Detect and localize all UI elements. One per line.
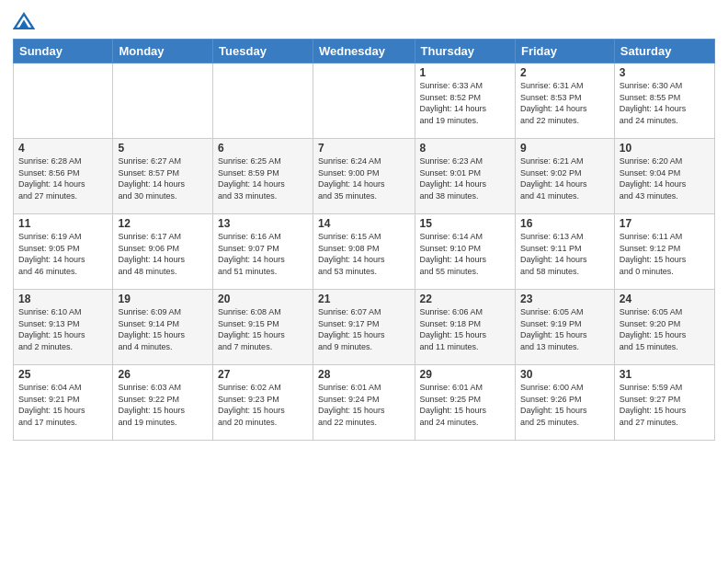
day-number: 17 <box>620 217 710 230</box>
day-number: 6 <box>218 142 308 155</box>
day-number: 19 <box>118 293 208 305</box>
weekday-header-tuesday: Tuesday <box>213 40 313 63</box>
day-cell: 6Sunrise: 6:25 AM Sunset: 8:59 PM Daylig… <box>213 139 313 214</box>
day-info: Sunrise: 6:01 AM Sunset: 9:24 PM Dayligh… <box>318 382 410 428</box>
day-info: Sunrise: 5:59 AM Sunset: 9:27 PM Dayligh… <box>620 382 710 428</box>
week-row-1: 1Sunrise: 6:33 AM Sunset: 8:52 PM Daylig… <box>14 63 715 139</box>
day-info: Sunrise: 6:30 AM Sunset: 8:55 PM Dayligh… <box>620 80 710 126</box>
day-cell <box>113 63 213 139</box>
day-number: 1 <box>420 66 510 79</box>
day-info: Sunrise: 6:01 AM Sunset: 9:25 PM Dayligh… <box>420 382 510 428</box>
header <box>13 9 715 31</box>
day-number: 7 <box>318 142 410 155</box>
day-number: 8 <box>420 142 510 155</box>
day-number: 14 <box>318 217 410 230</box>
day-cell: 4Sunrise: 6:28 AM Sunset: 8:56 PM Daylig… <box>14 139 113 214</box>
day-info: Sunrise: 6:19 AM Sunset: 9:05 PM Dayligh… <box>18 231 108 277</box>
day-info: Sunrise: 6:06 AM Sunset: 9:18 PM Dayligh… <box>420 306 510 352</box>
day-cell: 2Sunrise: 6:31 AM Sunset: 8:53 PM Daylig… <box>515 63 614 139</box>
day-cell: 3Sunrise: 6:30 AM Sunset: 8:55 PM Daylig… <box>614 63 714 139</box>
day-cell: 25Sunrise: 6:04 AM Sunset: 9:21 PM Dayli… <box>14 365 113 441</box>
week-row-2: 4Sunrise: 6:28 AM Sunset: 8:56 PM Daylig… <box>14 139 715 214</box>
day-number: 2 <box>520 66 609 79</box>
day-info: Sunrise: 6:03 AM Sunset: 9:22 PM Dayligh… <box>118 382 208 428</box>
day-info: Sunrise: 6:11 AM Sunset: 9:12 PM Dayligh… <box>620 231 710 277</box>
day-cell: 28Sunrise: 6:01 AM Sunset: 9:24 PM Dayli… <box>313 365 415 441</box>
weekday-header-sunday: Sunday <box>14 40 113 63</box>
day-cell: 17Sunrise: 6:11 AM Sunset: 9:12 PM Dayli… <box>614 214 714 290</box>
day-cell: 23Sunrise: 6:05 AM Sunset: 9:19 PM Dayli… <box>515 290 614 365</box>
day-cell: 7Sunrise: 6:24 AM Sunset: 9:00 PM Daylig… <box>313 139 415 214</box>
day-cell: 1Sunrise: 6:33 AM Sunset: 8:52 PM Daylig… <box>415 63 515 139</box>
day-number: 9 <box>520 142 609 155</box>
day-info: Sunrise: 6:14 AM Sunset: 9:10 PM Dayligh… <box>420 231 510 277</box>
day-number: 10 <box>620 142 710 155</box>
weekday-header-saturday: Saturday <box>614 40 714 63</box>
day-number: 31 <box>620 368 710 381</box>
day-number: 20 <box>218 293 308 305</box>
day-cell: 27Sunrise: 6:02 AM Sunset: 9:23 PM Dayli… <box>213 365 313 441</box>
day-number: 11 <box>18 217 108 230</box>
day-info: Sunrise: 6:05 AM Sunset: 9:19 PM Dayligh… <box>520 306 609 352</box>
day-number: 24 <box>620 293 710 305</box>
day-info: Sunrise: 6:08 AM Sunset: 9:15 PM Dayligh… <box>218 306 308 352</box>
day-cell <box>213 63 313 139</box>
page: SundayMondayTuesdayWednesdayThursdayFrid… <box>0 0 728 563</box>
day-cell: 9Sunrise: 6:21 AM Sunset: 9:02 PM Daylig… <box>515 139 614 214</box>
day-number: 13 <box>218 217 308 230</box>
day-number: 5 <box>118 142 208 155</box>
day-number: 15 <box>420 217 510 230</box>
day-info: Sunrise: 6:00 AM Sunset: 9:26 PM Dayligh… <box>520 382 609 428</box>
day-cell: 13Sunrise: 6:16 AM Sunset: 9:07 PM Dayli… <box>213 214 313 290</box>
week-row-3: 11Sunrise: 6:19 AM Sunset: 9:05 PM Dayli… <box>14 214 715 290</box>
day-info: Sunrise: 6:05 AM Sunset: 9:20 PM Dayligh… <box>620 306 710 352</box>
day-cell: 10Sunrise: 6:20 AM Sunset: 9:04 PM Dayli… <box>614 139 714 214</box>
day-cell <box>14 63 113 139</box>
day-cell: 29Sunrise: 6:01 AM Sunset: 9:25 PM Dayli… <box>415 365 515 441</box>
day-cell: 19Sunrise: 6:09 AM Sunset: 9:14 PM Dayli… <box>113 290 213 365</box>
day-info: Sunrise: 6:10 AM Sunset: 9:13 PM Dayligh… <box>18 306 108 352</box>
day-cell: 11Sunrise: 6:19 AM Sunset: 9:05 PM Dayli… <box>14 214 113 290</box>
day-number: 28 <box>318 368 410 381</box>
day-number: 23 <box>520 293 609 305</box>
day-info: Sunrise: 6:17 AM Sunset: 9:06 PM Dayligh… <box>118 231 208 277</box>
day-number: 4 <box>18 142 108 155</box>
day-cell: 20Sunrise: 6:08 AM Sunset: 9:15 PM Dayli… <box>213 290 313 365</box>
day-info: Sunrise: 6:33 AM Sunset: 8:52 PM Dayligh… <box>420 80 510 126</box>
day-info: Sunrise: 6:21 AM Sunset: 9:02 PM Dayligh… <box>520 155 609 201</box>
weekday-header-monday: Monday <box>113 40 213 63</box>
day-info: Sunrise: 6:27 AM Sunset: 8:57 PM Dayligh… <box>118 155 208 201</box>
day-info: Sunrise: 6:23 AM Sunset: 9:01 PM Dayligh… <box>420 155 510 201</box>
weekday-header-row: SundayMondayTuesdayWednesdayThursdayFrid… <box>14 40 715 63</box>
day-number: 25 <box>18 368 108 381</box>
day-number: 26 <box>118 368 208 381</box>
day-cell: 16Sunrise: 6:13 AM Sunset: 9:11 PM Dayli… <box>515 214 614 290</box>
day-cell: 30Sunrise: 6:00 AM Sunset: 9:26 PM Dayli… <box>515 365 614 441</box>
calendar: SundayMondayTuesdayWednesdayThursdayFrid… <box>13 39 715 441</box>
day-info: Sunrise: 6:28 AM Sunset: 8:56 PM Dayligh… <box>18 155 108 201</box>
day-number: 29 <box>420 368 510 381</box>
day-info: Sunrise: 6:13 AM Sunset: 9:11 PM Dayligh… <box>520 231 609 277</box>
day-cell: 26Sunrise: 6:03 AM Sunset: 9:22 PM Dayli… <box>113 365 213 441</box>
weekday-header-wednesday: Wednesday <box>313 40 415 63</box>
day-number: 22 <box>420 293 510 305</box>
day-cell: 24Sunrise: 6:05 AM Sunset: 9:20 PM Dayli… <box>614 290 714 365</box>
day-info: Sunrise: 6:02 AM Sunset: 9:23 PM Dayligh… <box>218 382 308 428</box>
day-info: Sunrise: 6:16 AM Sunset: 9:07 PM Dayligh… <box>218 231 308 277</box>
day-cell: 22Sunrise: 6:06 AM Sunset: 9:18 PM Dayli… <box>415 290 515 365</box>
day-info: Sunrise: 6:15 AM Sunset: 9:08 PM Dayligh… <box>318 231 410 277</box>
day-number: 30 <box>520 368 609 381</box>
day-number: 16 <box>520 217 609 230</box>
day-number: 3 <box>620 66 710 79</box>
logo <box>13 13 37 31</box>
day-cell: 15Sunrise: 6:14 AM Sunset: 9:10 PM Dayli… <box>415 214 515 290</box>
logo-icon <box>13 11 35 31</box>
day-info: Sunrise: 6:24 AM Sunset: 9:00 PM Dayligh… <box>318 155 410 201</box>
weekday-header-friday: Friday <box>515 40 614 63</box>
day-info: Sunrise: 6:31 AM Sunset: 8:53 PM Dayligh… <box>520 80 609 126</box>
week-row-5: 25Sunrise: 6:04 AM Sunset: 9:21 PM Dayli… <box>14 365 715 441</box>
weekday-header-thursday: Thursday <box>415 40 515 63</box>
day-cell: 31Sunrise: 5:59 AM Sunset: 9:27 PM Dayli… <box>614 365 714 441</box>
day-cell: 12Sunrise: 6:17 AM Sunset: 9:06 PM Dayli… <box>113 214 213 290</box>
day-cell <box>313 63 415 139</box>
